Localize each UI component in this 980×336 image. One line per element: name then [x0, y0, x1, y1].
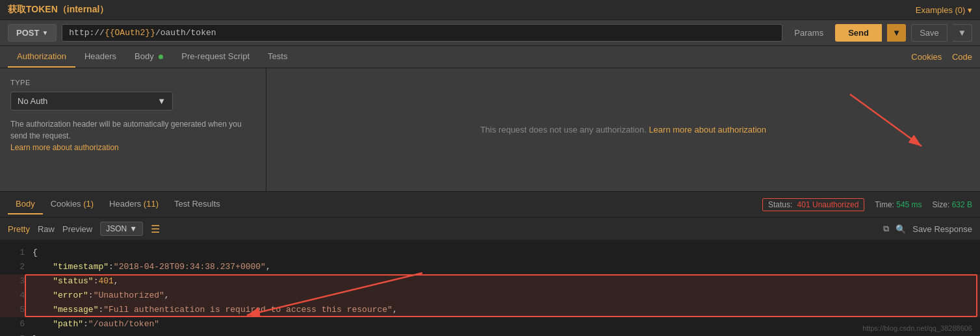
- pretty-button[interactable]: Pretty: [8, 223, 30, 235]
- body-dot-indicator: [159, 55, 163, 59]
- auth-type-value: No Auth: [18, 96, 47, 106]
- response-tabs: Body Cookies (1) Headers (11) Test Resul…: [0, 192, 980, 218]
- format-select[interactable]: JSON ▼: [100, 222, 143, 236]
- status-value: 401 Unauthorized: [797, 200, 859, 209]
- url-bar: POST ▼ http://{{OAuth2}}/oauth/token Par…: [0, 20, 980, 46]
- auth-learn-more-link[interactable]: Learn more about authorization: [10, 143, 119, 152]
- auth-info-learn-more-link[interactable]: Learn more about authorization: [649, 125, 766, 135]
- tab-headers[interactable]: Headers: [75, 46, 125, 68]
- annotation-arrow-1: [824, 88, 941, 166]
- main-content: TYPE No Auth ▼ The authorization header …: [0, 68, 980, 192]
- preview-button[interactable]: Preview: [62, 223, 92, 235]
- cookies-count-badge: (1): [83, 199, 94, 209]
- wrap-icon[interactable]: ☰: [151, 223, 160, 235]
- response-right-icons: ⧉ 🔍 Save Response: [883, 224, 972, 234]
- response-time: Time: 545 ms: [875, 200, 922, 209]
- method-chevron-icon: ▼: [42, 29, 48, 36]
- time-value: 545 ms: [896, 200, 922, 209]
- title-bar: 获取TOKEN（internal） Examples (0) ▾: [0, 0, 980, 20]
- save-response-button[interactable]: Save Response: [912, 224, 972, 234]
- tab-pre-request[interactable]: Pre-request Script: [172, 46, 259, 68]
- raw-button[interactable]: Raw: [38, 223, 55, 235]
- resp-tab-cookies[interactable]: Cookies (1): [43, 194, 101, 214]
- method-button[interactable]: POST ▼: [8, 24, 57, 42]
- send-dropdown-button[interactable]: ▼: [887, 24, 906, 42]
- format-chevron-icon: ▼: [129, 224, 137, 233]
- cookies-link[interactable]: Cookies: [911, 52, 942, 62]
- status-badge: Status: 401 Unauthorized: [762, 198, 864, 211]
- response-size: Size: 632 B: [933, 200, 972, 209]
- json-line-6: 6 "path" : "/oauth/token": [0, 317, 980, 331]
- copy-icon[interactable]: ⧉: [883, 224, 889, 234]
- auth-type-select[interactable]: No Auth ▼: [10, 92, 173, 110]
- resp-tab-headers[interactable]: Headers (11): [101, 194, 166, 214]
- auth-panel: TYPE No Auth ▼ The authorization header …: [0, 68, 266, 191]
- search-icon[interactable]: 🔍: [896, 224, 906, 234]
- auth-info-panel: This request does not use any authorizat…: [266, 68, 980, 191]
- examples-button[interactable]: Examples (0) ▾: [916, 5, 972, 15]
- url-variable: {{OAuth2}}: [105, 28, 155, 38]
- url-suffix: /oauth/token: [155, 28, 216, 38]
- auth-description: The authorization header will be automat…: [10, 118, 255, 153]
- page-title: 获取TOKEN（internal）: [8, 4, 109, 16]
- code-link[interactable]: Code: [952, 52, 972, 62]
- params-button[interactable]: Params: [788, 25, 830, 41]
- save-button[interactable]: Save: [911, 24, 948, 42]
- request-tabs-right: Cookies Code: [903, 47, 972, 67]
- request-tabs: Authorization Headers Body Pre-request S…: [0, 46, 980, 68]
- json-viewer: 1 { 2 "timestamp" : "2018-04-28T09:34:38…: [0, 240, 980, 336]
- auth-select-chevron-icon: ▼: [157, 96, 166, 106]
- headers-count-badge: (11): [144, 199, 159, 209]
- url-input[interactable]: http://{{OAuth2}}/oauth/token: [62, 24, 782, 42]
- url-prefix: http://: [69, 28, 105, 38]
- json-line-5: 5 "message" : "Full authentication is re…: [0, 303, 980, 317]
- method-label: POST: [16, 28, 39, 38]
- send-button[interactable]: Send: [835, 24, 882, 42]
- svg-line-1: [850, 94, 922, 146]
- resp-tab-test-results[interactable]: Test Results: [166, 194, 228, 214]
- response-stats: Status: 401 Unauthorized Time: 545 ms Si…: [762, 198, 972, 211]
- watermark: https://blog.csdn.net/qq_38288606: [862, 324, 972, 332]
- highlighted-lines-wrapper: 3 "status" : 401 , 4 "error" : "Unauthor…: [0, 274, 980, 317]
- save-dropdown-button[interactable]: ▼: [953, 24, 972, 42]
- tab-body[interactable]: Body: [125, 46, 172, 68]
- response-body-toolbar: Pretty Raw Preview JSON ▼ ☰ ⧉ 🔍 Save Res…: [0, 218, 980, 240]
- tab-authorization[interactable]: Authorization: [8, 46, 75, 68]
- json-line-3: 3 "status" : 401 ,: [0, 274, 980, 289]
- auth-type-label: TYPE: [10, 79, 255, 86]
- json-line-1: 1 {: [0, 246, 980, 260]
- resp-tab-body[interactable]: Body: [8, 194, 43, 214]
- json-line-4: 4 "error" : "Unauthorized" ,: [0, 289, 980, 303]
- auth-info-text: This request does not use any authorizat…: [480, 125, 766, 135]
- tab-tests[interactable]: Tests: [259, 46, 296, 68]
- json-line-7: 7 }: [0, 332, 980, 336]
- json-line-2: 2 "timestamp" : "2018-04-28T09:34:38.237…: [0, 260, 980, 274]
- size-value: 632 B: [952, 200, 972, 209]
